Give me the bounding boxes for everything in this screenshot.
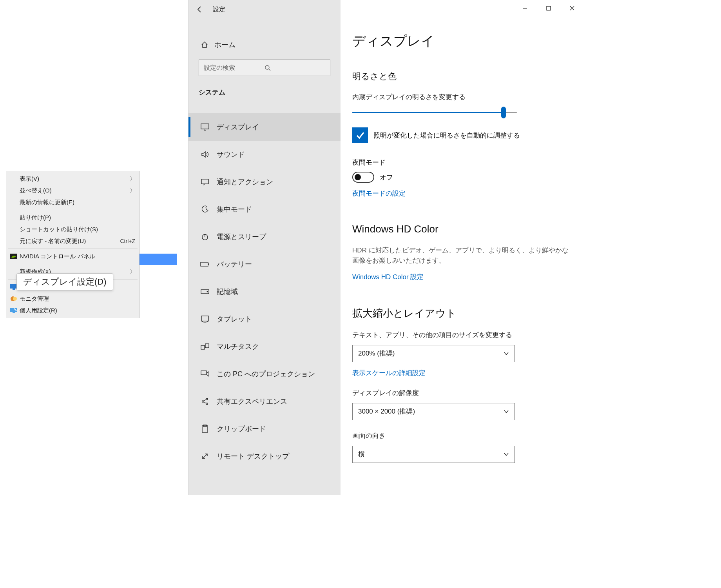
multitask-icon xyxy=(199,343,211,350)
separator xyxy=(8,264,138,264)
maximize-button[interactable] xyxy=(537,0,560,16)
sound-icon xyxy=(199,151,211,158)
cm-item-view[interactable]: 表示(V)〉 xyxy=(7,173,138,185)
nav-category: システム xyxy=(188,88,341,97)
home-icon xyxy=(199,41,210,49)
notify-icon xyxy=(199,178,211,185)
chevron-down-icon xyxy=(504,410,509,414)
nav-item-focus[interactable]: 集中モード xyxy=(188,196,341,223)
search-input[interactable]: 設定の検索 xyxy=(199,60,330,76)
moon-icon xyxy=(199,205,211,213)
nav-home[interactable]: ホーム xyxy=(188,34,341,56)
svg-rect-24 xyxy=(547,6,551,10)
brightness-label: 内蔵ディスプレイの明るさを変更する xyxy=(352,93,584,102)
personalize-icon xyxy=(9,307,18,314)
chevron-down-icon xyxy=(504,352,509,356)
night-mode-link[interactable]: 夜間モードの設定 xyxy=(352,189,584,198)
clipboard-icon xyxy=(199,425,211,433)
cm-item-sort[interactable]: 並べ替え(O)〉 xyxy=(7,185,138,196)
cm-item-paste[interactable]: 貼り付け(P) xyxy=(7,212,138,223)
nav-item-clipboard[interactable]: クリップボード xyxy=(188,415,341,443)
back-button[interactable] xyxy=(192,2,207,17)
scale-select[interactable]: 200% (推奨) xyxy=(352,345,515,362)
resolution-select[interactable]: 3000 × 2000 (推奨) xyxy=(352,403,515,420)
separator xyxy=(8,210,138,210)
storage-icon xyxy=(199,289,211,294)
remote-icon xyxy=(199,452,211,460)
cm-item-undo-rename[interactable]: 元に戻す - 名前の変更(U)Ctrl+Z xyxy=(7,235,138,247)
cm-item-refresh[interactable]: 最新の情報に更新(E) xyxy=(7,196,138,208)
orientation-label: 画面の向き xyxy=(352,431,584,440)
night-mode-value: オフ xyxy=(380,173,393,182)
svg-rect-15 xyxy=(201,316,208,321)
svg-rect-18 xyxy=(201,371,207,375)
orientation-select[interactable]: 横 xyxy=(352,446,515,463)
auto-brightness-checkbox[interactable] xyxy=(352,127,368,143)
auto-brightness-label: 照明が変化した場合に明るさを自動的に調整する xyxy=(373,131,520,140)
nav-item-tablet[interactable]: タブレット xyxy=(188,305,341,333)
section-brightness: 明るさと色 xyxy=(352,71,584,82)
scale-link[interactable]: 表示スケールの詳細設定 xyxy=(352,368,584,377)
hdcolor-desc: HDR に対応したビデオ、ゲーム、アプリで、より明るく、より鮮やかな画像をお楽し… xyxy=(352,245,572,266)
nav-item-shared[interactable]: 共有エクスペリエンス xyxy=(188,388,341,415)
close-button[interactable] xyxy=(560,0,584,16)
night-mode-toggle[interactable] xyxy=(352,172,374,183)
monitor-icon xyxy=(9,295,18,302)
tooltip-display-settings: ディスプレイ設定(D) xyxy=(16,273,113,290)
chevron-right-icon: 〉 xyxy=(130,175,135,183)
section-hdcolor: Windows HD Color xyxy=(352,223,584,235)
svg-point-21 xyxy=(206,403,208,405)
nav-item-sound[interactable]: サウンド xyxy=(188,141,341,168)
hdcolor-link[interactable]: Windows HD Color 設定 xyxy=(352,272,584,281)
nav-item-multitask[interactable]: マルチタスク xyxy=(188,333,341,360)
svg-rect-17 xyxy=(205,344,209,348)
nvidia-icon xyxy=(9,253,18,260)
svg-rect-6 xyxy=(13,312,15,313)
share-icon xyxy=(199,397,211,405)
nav-item-storage[interactable]: 記憶域 xyxy=(188,278,341,305)
slider-thumb[interactable] xyxy=(501,107,506,118)
svg-rect-12 xyxy=(208,263,209,265)
brightness-slider[interactable] xyxy=(352,108,517,117)
cm-item-nvidia[interactable]: NVIDIA コントロール パネル xyxy=(7,250,138,262)
settings-content: ディスプレイ 明るさと色 内蔵ディスプレイの明るさを変更する 照明が変化した場合… xyxy=(341,0,584,495)
cm-item-paste-shortcut[interactable]: ショートカットの貼り付け(S) xyxy=(7,223,138,235)
app-title: 設定 xyxy=(213,5,225,14)
night-mode-title: 夜間モード xyxy=(352,158,584,167)
nav-item-project[interactable]: この PC へのプロジェクション xyxy=(188,360,341,388)
desktop-context-menu: 表示(V)〉 並べ替え(O)〉 最新の情報に更新(E) 貼り付け(P) ショート… xyxy=(6,171,139,318)
nav-item-display[interactable]: ディスプレイ xyxy=(188,113,341,141)
chevron-right-icon: 〉 xyxy=(130,187,135,194)
svg-point-4 xyxy=(13,297,17,301)
svg-rect-11 xyxy=(201,262,208,266)
window-controls xyxy=(513,0,584,16)
battery-icon xyxy=(199,261,211,267)
project-icon xyxy=(199,370,211,377)
svg-rect-9 xyxy=(201,179,208,184)
display-icon xyxy=(199,123,211,131)
resolution-label: ディスプレイの解像度 xyxy=(352,388,584,397)
section-scale: 拡大縮小とレイアウト xyxy=(352,307,584,320)
svg-point-20 xyxy=(206,398,208,400)
cm-item-personalize[interactable]: 個人用設定(R) xyxy=(7,305,138,316)
nav-item-remote[interactable]: リモート デスクトップ xyxy=(188,443,341,470)
nav-item-notifications[interactable]: 通知とアクション xyxy=(188,168,341,196)
minimize-button[interactable] xyxy=(513,0,537,16)
svg-rect-16 xyxy=(201,345,205,349)
nav-item-battery[interactable]: バッテリー xyxy=(188,250,341,278)
svg-point-19 xyxy=(202,401,204,402)
titlebar: 設定 xyxy=(188,0,341,19)
search-icon xyxy=(264,65,325,71)
svg-rect-2 xyxy=(13,289,15,290)
power-icon xyxy=(199,233,211,241)
nav-items: ディスプレイ サウンド 通知とアクション 集中モード 電源とスリープ バッテリー xyxy=(188,113,341,470)
selection-highlight xyxy=(139,254,177,265)
nav-item-power[interactable]: 電源とスリープ xyxy=(188,223,341,250)
scale-label: テキスト、アプリ、その他の項目のサイズを変更する xyxy=(352,330,584,339)
page-title: ディスプレイ xyxy=(352,32,584,50)
tablet-icon xyxy=(199,316,211,323)
settings-nav: 設定 ホーム 設定の検索 システム ディスプレイ サウ xyxy=(188,0,341,495)
svg-point-7 xyxy=(265,65,269,69)
cm-item-monitor-manage[interactable]: モニタ管理 xyxy=(7,293,138,305)
svg-rect-8 xyxy=(201,124,209,129)
